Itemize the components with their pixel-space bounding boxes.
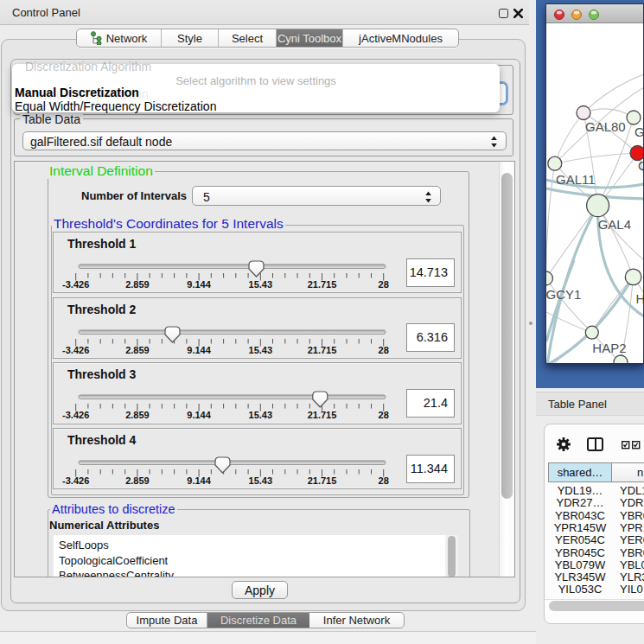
svg-text:28: 28 <box>379 410 389 420</box>
svg-text:-3.426: -3.426 <box>62 475 89 486</box>
svg-text:HAP2: HAP2 <box>592 341 626 355</box>
svg-text:C: C <box>638 158 643 173</box>
svg-text:GAL11: GAL11 <box>556 172 596 187</box>
svg-text:2.859: 2.859 <box>125 475 150 486</box>
svg-text:28: 28 <box>379 279 389 290</box>
svg-text:9.144: 9.144 <box>187 410 211 420</box>
svg-text:15.43: 15.43 <box>249 279 273 290</box>
svg-text:GAL4: GAL4 <box>598 217 631 232</box>
svg-text:15.43: 15.43 <box>249 475 273 486</box>
svg-text:9.144: 9.144 <box>187 345 211 355</box>
svg-text:H: H <box>636 291 644 306</box>
svg-text:21.715: 21.715 <box>308 345 337 355</box>
svg-text:21.715: 21.715 <box>308 475 337 486</box>
svg-text:9.144: 9.144 <box>187 279 211 290</box>
svg-text:28: 28 <box>379 475 389 486</box>
svg-text:2.859: 2.859 <box>125 345 150 355</box>
svg-text:-3.426: -3.426 <box>62 279 89 290</box>
svg-text:15.43: 15.43 <box>249 410 273 420</box>
svg-text:GCY1: GCY1 <box>546 287 581 302</box>
svg-text:2.859: 2.859 <box>125 279 150 290</box>
svg-text:2.859: 2.859 <box>125 410 150 420</box>
svg-text:21.715: 21.715 <box>308 410 337 420</box>
svg-text:15.43: 15.43 <box>249 345 273 355</box>
svg-text:GA: GA <box>634 124 643 139</box>
svg-text:9.144: 9.144 <box>187 475 211 486</box>
svg-text:-3.426: -3.426 <box>62 410 89 420</box>
svg-text:28: 28 <box>379 345 389 355</box>
svg-text:21.715: 21.715 <box>308 279 337 290</box>
svg-text:GAL80: GAL80 <box>585 119 626 134</box>
svg-text:-3.426: -3.426 <box>62 345 89 355</box>
